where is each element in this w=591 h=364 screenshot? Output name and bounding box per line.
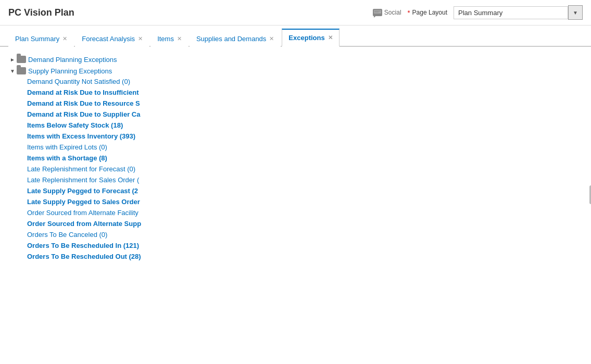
link-items-below-safety[interactable]: Items Below Safety Stock (18) <box>27 121 123 129</box>
page-layout-dropdown-arrow[interactable] <box>568 5 583 20</box>
page-layout-input[interactable] <box>454 6 568 19</box>
list-item-items-shortage[interactable]: Items with a Shortage (8) <box>27 153 583 164</box>
page-layout-control <box>454 5 583 20</box>
link-order-sourced-facility[interactable]: Order Sourced from Alternate Facility <box>27 209 139 217</box>
link-items-shortage[interactable]: Items with a Shortage (8) <box>27 154 107 162</box>
list-item-late-replenishment-forecast[interactable]: Late Replenishment for Forecast (0) <box>27 164 583 174</box>
tab-exceptions-close[interactable]: ✕ <box>328 35 333 41</box>
tab-items-label: Items <box>157 35 174 43</box>
tab-items-close[interactable]: ✕ <box>177 36 182 42</box>
tree-row-demand-planning[interactable]: ► Demand Planning Exceptions <box>8 54 583 65</box>
app-header: PC Vision Plan Social * Page Layout <box>0 0 591 26</box>
tree-label-supply-planning: Supply Planning Exceptions <box>28 67 112 75</box>
svg-marker-4 <box>374 15 376 16</box>
tab-supplies-demands[interactable]: Supplies and Demands ✕ <box>190 30 281 47</box>
list-item-items-below-safety[interactable]: Items Below Safety Stock (18) <box>27 120 583 131</box>
tab-items[interactable]: Items ✕ <box>150 30 188 47</box>
list-item-demand-risk-supplier[interactable]: Demand at Risk Due to Supplier Ca <box>27 109 583 120</box>
link-items-excess-inventory[interactable]: Items with Excess Inventory (393) <box>27 132 135 140</box>
list-item-late-supply-forecast[interactable]: Late Supply Pegged to Forecast (2 <box>27 185 583 196</box>
main-content: ► Demand Planning Exceptions ▼ Supply Pl… <box>0 47 591 348</box>
list-item-orders-canceled[interactable]: Orders To Be Canceled (0) <box>27 229 583 240</box>
social-icon <box>373 9 382 16</box>
link-late-replenishment-forecast[interactable]: Late Replenishment for Forecast (0) <box>27 165 135 173</box>
list-item-items-excess-inventory[interactable]: Items with Excess Inventory (393) <box>27 131 583 142</box>
link-orders-canceled[interactable]: Orders To Be Canceled (0) <box>27 231 107 239</box>
list-item-orders-rescheduled-in[interactable]: Orders To Be Rescheduled In (121) <box>27 240 583 251</box>
list-item-late-supply-sales[interactable]: Late Supply Pegged to Sales Order <box>27 196 583 207</box>
social-button[interactable]: Social <box>373 9 401 16</box>
link-order-sourced-supplier[interactable]: Order Sourced from Alternate Supp <box>27 220 141 228</box>
tab-supplies-demands-label: Supplies and Demands <box>196 35 266 43</box>
tree-label-demand-planning: Demand Planning Exceptions <box>28 56 117 64</box>
tab-supplies-demands-close[interactable]: ✕ <box>269 36 274 42</box>
tree-node-supply-planning: ▼ Supply Planning Exceptions Demand Quan… <box>8 66 583 262</box>
app-title: PC Vision Plan <box>8 7 373 18</box>
tree-toggle-supply-planning[interactable]: ▼ <box>8 67 17 75</box>
tree-row-supply-planning[interactable]: ▼ Supply Planning Exceptions <box>8 66 583 76</box>
tab-exceptions[interactable]: Exceptions ✕ <box>282 29 339 47</box>
link-demand-risk-supplier[interactable]: Demand at Risk Due to Supplier Ca <box>27 110 140 118</box>
list-item-items-expired-lots[interactable]: Items with Expired Lots (0) <box>27 142 583 153</box>
link-late-replenishment-sales[interactable]: Late Replenishment for Sales Order ( <box>27 176 139 184</box>
folder-icon-demand-planning <box>17 56 26 63</box>
tree-toggle-demand-planning[interactable]: ► <box>8 55 17 64</box>
tab-forecast-analysis[interactable]: Forecast Analysis ✕ <box>75 30 149 47</box>
tree-node-demand-planning: ► Demand Planning Exceptions <box>8 54 583 65</box>
tab-plan-summary[interactable]: Plan Summary ✕ <box>8 30 74 47</box>
link-demand-qty[interactable]: Demand Quantity Not Satisfied (0) <box>27 78 130 85</box>
link-demand-risk-insufficient[interactable]: Demand at Risk Due to Insufficient <box>27 89 139 96</box>
link-demand-risk-resource[interactable]: Demand at Risk Due to Resource S <box>27 99 140 107</box>
folder-icon-supply-planning <box>17 67 26 74</box>
tabs-bar: Plan Summary ✕ Forecast Analysis ✕ Items… <box>0 28 591 47</box>
list-item-order-sourced-facility[interactable]: Order Sourced from Alternate Facility <box>27 207 583 218</box>
link-orders-rescheduled-out[interactable]: Orders To Be Rescheduled Out (28) <box>27 253 141 260</box>
page-layout-label: Page Layout <box>412 9 447 16</box>
link-items-expired-lots[interactable]: Items with Expired Lots (0) <box>27 143 107 151</box>
link-orders-rescheduled-in[interactable]: Orders To Be Rescheduled In (121) <box>27 242 139 249</box>
header-controls: Social * Page Layout <box>373 5 583 20</box>
tab-plan-summary-close[interactable]: ✕ <box>62 36 67 42</box>
list-item-demand-qty[interactable]: Demand Quantity Not Satisfied (0) <box>27 76 583 87</box>
link-late-supply-forecast[interactable]: Late Supply Pegged to Forecast (2 <box>27 187 138 195</box>
list-item-late-replenishment-sales[interactable]: Late Replenishment for Sales Order ( <box>27 174 583 185</box>
list-item-orders-rescheduled-out[interactable]: Orders To Be Rescheduled Out (28) <box>27 251 583 262</box>
tab-forecast-analysis-close[interactable]: ✕ <box>138 36 143 42</box>
list-item-demand-risk-resource[interactable]: Demand at Risk Due to Resource S <box>27 98 583 109</box>
tab-exceptions-label: Exceptions <box>288 34 324 42</box>
list-item-order-sourced-supplier[interactable]: Order Sourced from Alternate Supp <box>27 218 583 229</box>
list-item-demand-risk-insufficient[interactable]: Demand at Risk Due to Insufficient <box>27 87 583 98</box>
social-label: Social <box>384 9 401 16</box>
tab-plan-summary-label: Plan Summary <box>15 35 59 43</box>
tree-children-supply-planning: Demand Quantity Not Satisfied (0) Demand… <box>8 76 583 262</box>
tab-forecast-analysis-label: Forecast Analysis <box>82 35 135 43</box>
link-late-supply-sales[interactable]: Late Supply Pegged to Sales Order <box>27 198 140 206</box>
page-layout-asterisk: * <box>408 9 410 17</box>
